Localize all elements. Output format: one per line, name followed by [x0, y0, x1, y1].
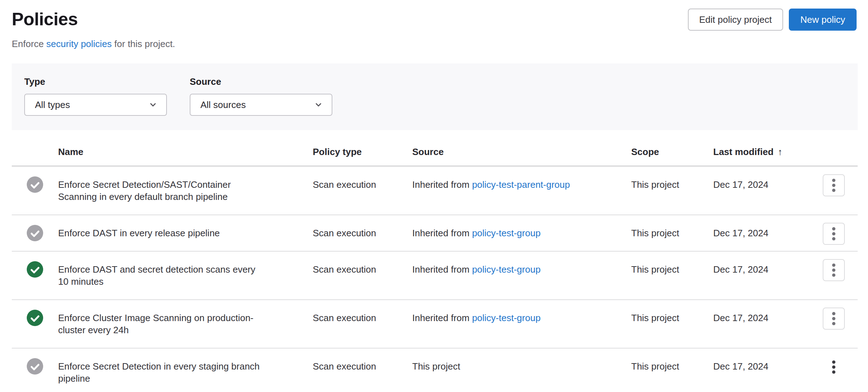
edit-policy-project-button[interactable]: Edit policy project	[688, 9, 783, 31]
status-check-icon	[27, 225, 43, 241]
header-actions: Edit policy project New policy	[688, 9, 857, 31]
policy-status-cell	[12, 215, 58, 251]
ellipsis-vertical-icon	[832, 311, 836, 326]
policy-source-cell: Inherited from policy-test-group	[412, 252, 631, 299]
chevron-down-icon	[314, 100, 323, 109]
actions-column-header	[810, 141, 858, 165]
policy-name: Enforce Cluster Image Scanning on produc…	[58, 312, 263, 336]
chevron-down-icon	[148, 100, 158, 109]
page-description: Enforce security policies for this proje…	[12, 38, 856, 50]
policy-status-cell	[12, 349, 58, 392]
column-header-last-modified[interactable]: Last modified↑	[713, 141, 810, 165]
policy-row[interactable]: Enforce DAST in every release pipeline S…	[12, 215, 858, 252]
policy-scope-cell: This project	[631, 167, 713, 215]
policy-status-cell	[12, 167, 58, 215]
source-filter-dropdown[interactable]: All sources	[190, 94, 332, 116]
type-filter-group: Type All types	[24, 76, 167, 116]
policy-name-cell: Enforce Cluster Image Scanning on produc…	[58, 300, 313, 348]
policy-last-modified-cell: Dec 17, 2024	[713, 300, 810, 348]
new-policy-button[interactable]: New policy	[789, 9, 857, 31]
policy-scope-cell: This project	[631, 300, 713, 348]
policy-status-cell	[12, 252, 58, 299]
status-check-icon	[27, 261, 43, 278]
row-actions-button[interactable]	[823, 174, 845, 196]
row-actions-button[interactable]	[823, 308, 845, 330]
source-filter-group: Source All sources	[190, 76, 332, 116]
source-prefix: Inherited from	[412, 264, 472, 275]
policy-actions-cell	[810, 215, 858, 251]
filter-bar: Type All types Source All sources	[12, 63, 858, 130]
last-modified-label: Last modified	[713, 146, 773, 157]
type-filter-value: All types	[35, 99, 70, 110]
policy-name-cell: Enforce Secret Detection/SAST/Container …	[58, 167, 313, 215]
source-group-link[interactable]: policy-test-group	[472, 313, 541, 323]
description-prefix: Enforce	[12, 38, 46, 49]
description-suffix: for this project.	[112, 38, 175, 49]
policy-scope-cell: This project	[631, 349, 713, 392]
page-title: Policies	[12, 8, 78, 31]
source-filter-label: Source	[190, 76, 332, 87]
row-actions-button[interactable]	[823, 259, 845, 281]
row-actions-button[interactable]	[823, 356, 845, 378]
policy-source-cell: Inherited from policy-test-group	[412, 300, 631, 348]
source-text: This project	[412, 361, 460, 372]
policy-row[interactable]: Enforce Secret Detection/SAST/Container …	[12, 167, 858, 215]
type-filter-dropdown[interactable]: All types	[24, 94, 167, 116]
policy-last-modified-cell: Dec 17, 2024	[713, 252, 810, 299]
policy-last-modified-cell: Dec 17, 2024	[713, 167, 810, 215]
policy-type-cell: Scan execution	[313, 300, 412, 348]
policy-type-cell: Scan execution	[313, 215, 412, 251]
column-header-name[interactable]: Name	[58, 141, 313, 165]
status-check-icon	[27, 176, 43, 193]
ellipsis-vertical-icon	[832, 263, 836, 277]
policies-page: Policies Edit policy project New policy …	[0, 8, 868, 392]
policy-type-cell: Scan execution	[313, 349, 412, 392]
source-prefix: Inherited from	[412, 179, 472, 190]
policy-row[interactable]: Enforce Secret Detection in every stagin…	[12, 349, 858, 392]
source-prefix: Inherited from	[412, 313, 472, 323]
source-group-link[interactable]: policy-test-parent-group	[472, 179, 570, 190]
policy-last-modified-cell: Dec 17, 2024	[713, 349, 810, 392]
table-header-row: Name Policy type Source Scope Last modif…	[12, 141, 858, 167]
policy-name-cell: Enforce Secret Detection in every stagin…	[58, 349, 313, 392]
policy-actions-cell	[810, 252, 858, 299]
policy-name: Enforce DAST and secret detection scans …	[58, 263, 263, 288]
ellipsis-vertical-icon	[832, 227, 836, 241]
security-policies-link[interactable]: security policies	[46, 38, 112, 49]
policy-name: Enforce Secret Detection in every stagin…	[58, 360, 263, 385]
source-filter-value: All sources	[200, 99, 246, 110]
policy-actions-cell	[810, 349, 858, 392]
status-check-icon	[27, 310, 43, 326]
policy-row[interactable]: Enforce Cluster Image Scanning on produc…	[12, 300, 858, 349]
sort-ascending-icon: ↑	[778, 146, 782, 157]
page-header: Policies Edit policy project New policy	[12, 8, 857, 31]
type-filter-label: Type	[24, 76, 167, 87]
status-column-header	[12, 141, 58, 165]
policy-source-cell: Inherited from policy-test-parent-group	[412, 167, 631, 215]
row-actions-button[interactable]	[823, 223, 845, 245]
policy-row[interactable]: Enforce DAST and secret detection scans …	[12, 252, 858, 300]
policy-scope-cell: This project	[631, 252, 713, 299]
ellipsis-vertical-icon	[832, 178, 836, 192]
policy-source-cell: Inherited from policy-test-group	[412, 215, 631, 251]
policy-last-modified-cell: Dec 17, 2024	[713, 215, 810, 251]
policy-source-cell: This project	[412, 349, 631, 392]
status-check-icon	[27, 358, 43, 375]
source-prefix: Inherited from	[412, 228, 472, 238]
policy-scope-cell: This project	[631, 215, 713, 251]
column-header-source[interactable]: Source	[412, 141, 631, 165]
table-body: Enforce Secret Detection/SAST/Container …	[12, 167, 858, 392]
source-group-link[interactable]: policy-test-group	[472, 228, 541, 238]
policy-type-cell: Scan execution	[313, 167, 412, 215]
policy-name-cell: Enforce DAST in every release pipeline	[58, 215, 313, 251]
policy-type-cell: Scan execution	[313, 252, 412, 299]
ellipsis-vertical-icon	[832, 360, 836, 374]
policy-name-cell: Enforce DAST and secret detection scans …	[58, 252, 313, 299]
policies-table: Name Policy type Source Scope Last modif…	[12, 141, 858, 392]
policy-actions-cell	[810, 167, 858, 215]
policy-name: Enforce DAST in every release pipeline	[58, 227, 220, 239]
source-group-link[interactable]: policy-test-group	[472, 264, 541, 275]
policy-status-cell	[12, 300, 58, 348]
column-header-scope[interactable]: Scope	[631, 141, 713, 165]
column-header-policy-type[interactable]: Policy type	[313, 141, 412, 165]
